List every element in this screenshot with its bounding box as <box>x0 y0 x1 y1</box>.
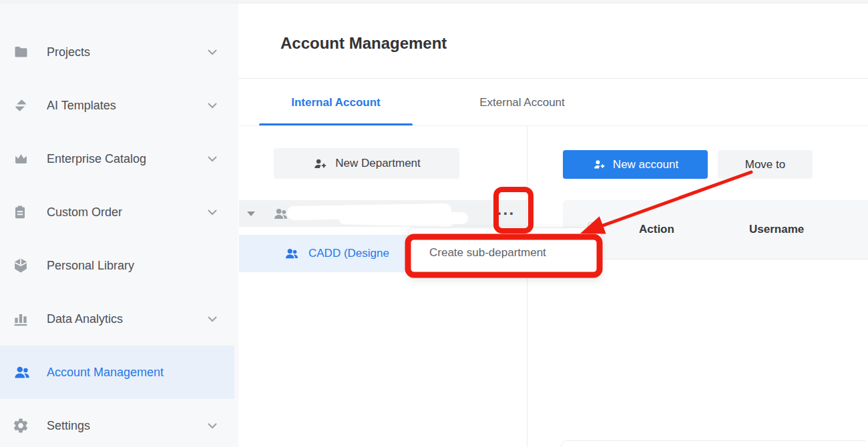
tabs-bottom-divider <box>238 125 868 126</box>
sidebar-item-label: Custom Order <box>47 205 208 219</box>
chevron-down-icon <box>208 103 217 109</box>
account-management-page: Projects AI Templates Enterprise Catalog <box>0 0 868 447</box>
context-menu: Create sub-department <box>409 228 601 278</box>
move-to-label: Move to <box>745 158 785 171</box>
chevron-down-icon <box>208 423 217 429</box>
folder-icon <box>12 43 36 61</box>
add-user-icon <box>312 157 328 171</box>
sidebar-item-data-analytics[interactable]: Data Analytics <box>0 292 234 346</box>
sidebar-item-personal-library[interactable]: Personal Library <box>0 239 234 292</box>
column-header-action: Action <box>639 200 674 259</box>
sidebar-item-label: Account Management <box>47 366 217 380</box>
tab-external-account[interactable]: External Account <box>462 79 582 126</box>
column-header-username: Username <box>749 200 804 259</box>
sidebar-item-label: Enterprise Catalog <box>47 152 208 166</box>
cube-icon <box>12 256 36 275</box>
clipboard-icon <box>12 203 36 221</box>
sidebar-item-account-management[interactable]: Account Management <box>0 346 234 399</box>
sidebar-item-custom-order[interactable]: Custom Order <box>0 185 234 239</box>
page-title: Account Management <box>280 34 447 53</box>
new-department-label: New Department <box>335 157 421 170</box>
menu-item-create-sub-department[interactable]: Create sub-department <box>409 228 600 278</box>
sidebar-item-ai-templates[interactable]: AI Templates <box>0 79 234 132</box>
sidebar-item-label: Data Analytics <box>47 312 208 326</box>
sub-department-users-icon <box>284 246 300 261</box>
more-options-button[interactable]: ··· <box>495 200 517 227</box>
chevron-down-icon <box>208 49 217 55</box>
tab-label: Internal Account <box>291 96 381 109</box>
tab-internal-account[interactable]: Internal Account <box>259 79 413 126</box>
sidebar-item-label: Personal Library <box>47 259 217 273</box>
gear-icon <box>12 416 36 435</box>
more-options-icon: ··· <box>497 205 515 221</box>
department-tree-node[interactable]: ··· <box>239 200 527 227</box>
sidebar-item-label: Settings <box>47 419 208 433</box>
table-body-container <box>561 440 865 447</box>
sidebar-item-settings[interactable]: Settings <box>0 399 234 447</box>
redacted-department-name <box>409 212 468 224</box>
tab-label: External Account <box>479 96 565 109</box>
new-department-button[interactable]: New Department <box>274 148 459 179</box>
sidebar-item-projects[interactable]: Projects <box>0 25 234 79</box>
bar-chart-icon <box>12 310 36 328</box>
ai-templates-icon <box>12 96 36 115</box>
accounts-table-header: Action Username <box>563 200 868 260</box>
add-user-icon <box>592 158 606 171</box>
main-content: Account Management Internal Account Exte… <box>238 3 868 447</box>
chevron-down-icon <box>208 209 217 215</box>
sidebar: Projects AI Templates Enterprise Catalog <box>0 3 238 447</box>
crown-icon <box>12 149 36 168</box>
users-icon <box>12 363 36 382</box>
chevron-down-icon <box>208 156 217 162</box>
move-to-button[interactable]: Move to <box>718 150 813 179</box>
sidebar-item-enterprise-catalog[interactable]: Enterprise Catalog <box>0 132 234 185</box>
sidebar-item-label: Projects <box>47 45 208 59</box>
panel-divider <box>527 126 527 447</box>
caret-down-icon[interactable] <box>247 211 255 216</box>
chevron-down-icon <box>208 316 217 322</box>
sub-department-label: CADD (Designe <box>308 247 389 260</box>
new-account-button[interactable]: New account <box>563 150 708 179</box>
new-account-label: New account <box>613 158 678 171</box>
menu-item-label: Create sub-department <box>429 246 546 260</box>
sidebar-item-label: AI Templates <box>47 99 208 113</box>
